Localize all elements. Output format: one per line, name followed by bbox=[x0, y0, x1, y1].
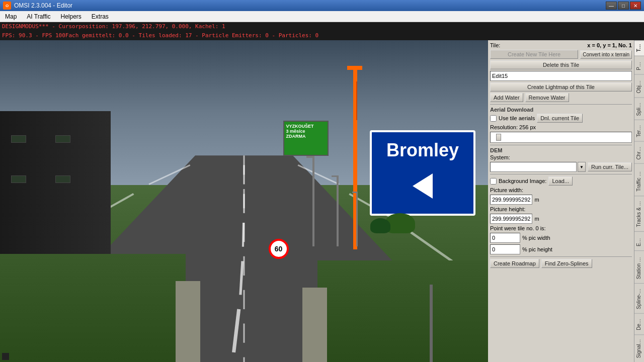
menu-item-ai-traffic[interactable]: AI Traffic bbox=[22, 11, 55, 22]
tab-envir[interactable]: Envir. bbox=[634, 231, 644, 250]
menu-item-map[interactable]: Map bbox=[0, 11, 22, 22]
background-checkbox[interactable] bbox=[490, 178, 497, 185]
tile-label: Tile: bbox=[490, 42, 500, 48]
billboard: VYZKOUŠET 3 měsíce ZDARMA bbox=[283, 121, 329, 156]
bromley-sign: Bromley bbox=[370, 130, 475, 216]
tile-coords: x = 0, y = 1, No. 1 bbox=[587, 42, 632, 48]
picture-width-value-row: 299.999995292 m bbox=[490, 195, 632, 205]
status-line-2: FPS: 90.3 - FPS 100Fach gemittelt: 0.0 -… bbox=[0, 31, 644, 40]
tab-chrono[interactable]: Chrono bbox=[634, 141, 644, 164]
load-background-button[interactable]: Load... bbox=[548, 176, 573, 186]
menu-item-helpers[interactable]: Helpers bbox=[55, 11, 86, 22]
background-checkbox-group: Background Image: bbox=[490, 178, 546, 185]
tab-objects[interactable]: Objects bbox=[634, 74, 644, 98]
delete-tile-button[interactable]: Delete this Tile bbox=[490, 60, 632, 69]
convert-terrain-button[interactable]: Convert into x terrain bbox=[580, 50, 632, 59]
panel-content: Tile: x = 0, y = 1, No. 1 Create New Til… bbox=[488, 40, 634, 362]
create-new-tile-button[interactable]: Create New Tile Here bbox=[490, 50, 578, 59]
picture-height-label: Picture height: bbox=[490, 206, 525, 212]
sign-post bbox=[430, 285, 433, 362]
picture-height-value-row: 299.999995292 m bbox=[490, 214, 632, 224]
tab-tracks-trips[interactable]: Tracks & Trips bbox=[634, 196, 644, 231]
aerial-header: Aerial Download bbox=[490, 107, 632, 113]
create-roadmap-button[interactable]: Create Roadmap bbox=[490, 259, 539, 268]
corner-indicator bbox=[2, 353, 9, 360]
streetlight-3 bbox=[356, 192, 358, 246]
water-row: Add Water Remove Water bbox=[490, 93, 632, 102]
crane bbox=[347, 56, 362, 249]
system-dropdown-row: ▼ Run curr. Tile... bbox=[490, 162, 632, 172]
titlebar: O OMSI 2.3.004 - Editor — □ ✕ bbox=[0, 0, 644, 11]
create-convert-row: Create New Tile Here Convert into x terr… bbox=[490, 50, 632, 59]
titlebar-buttons: — □ ✕ bbox=[606, 2, 641, 10]
resolution-slider-container[interactable] bbox=[490, 132, 632, 143]
picture-height-row: Picture height: bbox=[490, 206, 632, 212]
tab-signal-rts[interactable]: Signal Rts bbox=[634, 334, 644, 362]
system-input[interactable] bbox=[490, 162, 577, 172]
dnl-current-tile-button[interactable]: Dnl. current Tile bbox=[537, 114, 583, 123]
right-panel: Tile: x = 0, y = 1, No. 1 Create New Til… bbox=[488, 40, 644, 362]
main-content: VYZKOUŠET 3 měsíce ZDARMA 60 Bromley bbox=[0, 40, 644, 362]
billboard-content: VYZKOUŠET 3 měsíce ZDARMA bbox=[284, 122, 328, 141]
aerial-checkbox-group: Use tile aerials bbox=[490, 115, 535, 122]
app-icon: O bbox=[3, 2, 11, 10]
terrain-grass bbox=[0, 227, 488, 362]
sign-arrow-icon bbox=[403, 166, 443, 206]
point-label-row: Point were tile no. 0 is: bbox=[490, 225, 632, 231]
picture-width-unit: m bbox=[534, 197, 539, 203]
point-y-input[interactable] bbox=[490, 244, 520, 254]
maximize-button[interactable]: □ bbox=[618, 2, 629, 10]
dem-header: DEM bbox=[490, 147, 632, 153]
titlebar-left: O OMSI 2.3.004 - Editor bbox=[3, 2, 72, 10]
tab-splines[interactable]: Splines bbox=[634, 98, 644, 120]
tab-station-links[interactable]: Station Links bbox=[634, 250, 644, 283]
remove-water-button[interactable]: Remove Water bbox=[525, 93, 569, 102]
viewport: VYZKOUŠET 3 měsíce ZDARMA 60 Bromley bbox=[0, 40, 488, 362]
aerial-checkbox-row: Use tile aerials Dnl. current Tile bbox=[490, 114, 632, 123]
picture-width-row: Picture width: bbox=[490, 187, 632, 193]
vertical-tabs: Tile Prior. Objects Splines Terrain Chro… bbox=[634, 40, 644, 362]
point-x-row: % pic width bbox=[490, 233, 632, 243]
tab-traffic-rules[interactable]: Traffic Rules bbox=[634, 163, 644, 196]
status-line-1: DESIGNMODUS*** - Cursorposition: 197.396… bbox=[0, 22, 644, 31]
background-section: Background Image: Load... Picture width:… bbox=[490, 176, 632, 254]
separator-1 bbox=[490, 104, 632, 105]
aerial-section: Aerial Download Use tile aerials Dnl. cu… bbox=[490, 107, 632, 143]
use-tile-aerials-checkbox[interactable] bbox=[490, 115, 497, 122]
edit-field[interactable] bbox=[490, 71, 632, 81]
close-button[interactable]: ✕ bbox=[630, 2, 641, 10]
background-header-row: Background Image: Load... bbox=[490, 176, 632, 186]
picture-height-value: 299.999995292 bbox=[490, 214, 532, 224]
svg-marker-14 bbox=[413, 173, 433, 199]
tab-terrain[interactable]: Terrain bbox=[634, 120, 644, 141]
tab-debug[interactable]: Debug bbox=[634, 313, 644, 334]
menu-item-extras[interactable]: Extras bbox=[87, 11, 114, 22]
system-dropdown-button[interactable]: ▼ bbox=[578, 162, 586, 172]
edit-row bbox=[490, 71, 632, 81]
pic-height-pct-label: % pic height bbox=[522, 246, 552, 252]
tab-spline-exp[interactable]: Spline-Exp. bbox=[634, 283, 644, 313]
separator-2 bbox=[490, 145, 632, 145]
point-y-row: % pic height bbox=[490, 244, 632, 254]
minimize-button[interactable]: — bbox=[606, 2, 617, 10]
tab-tile[interactable]: Tile bbox=[634, 40, 644, 56]
delete-row: Delete this Tile bbox=[490, 60, 632, 69]
point-x-input[interactable] bbox=[490, 233, 520, 243]
system-row: System: bbox=[490, 154, 632, 160]
create-lightmap-button[interactable]: Create Lightmap of this Tile bbox=[490, 82, 632, 92]
separator-4 bbox=[490, 256, 632, 257]
use-tile-aerials-label: Use tile aerials bbox=[499, 115, 535, 121]
picture-width-value: 299.999995292 bbox=[490, 195, 532, 205]
speed-sign: 60 bbox=[269, 239, 289, 259]
run-tile-button[interactable]: Run curr. Tile... bbox=[588, 162, 632, 171]
tab-prior[interactable]: Prior. bbox=[634, 56, 644, 74]
background-label: Background Image: bbox=[499, 178, 546, 184]
picture-width-label: Picture width: bbox=[490, 187, 523, 193]
add-water-button[interactable]: Add Water bbox=[490, 93, 523, 102]
menubar: Map AI Traffic Helpers Extras bbox=[0, 11, 644, 22]
find-zero-splines-button[interactable]: Find Zero-Splines bbox=[541, 259, 592, 268]
tile-section: Tile: x = 0, y = 1, No. 1 Create New Til… bbox=[490, 42, 632, 102]
tree-2 bbox=[370, 218, 390, 233]
streetlight-1 bbox=[312, 156, 314, 246]
streetlight-2 bbox=[337, 175, 339, 246]
